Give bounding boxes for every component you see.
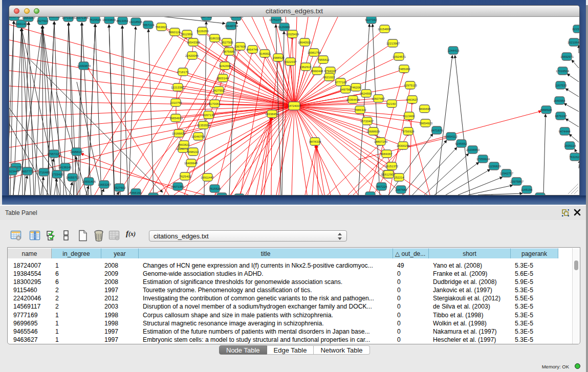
svg-text:14055712: 14055712 — [66, 176, 79, 179]
svg-text:1010755: 1010755 — [170, 101, 183, 104]
svg-text:10924571: 10924571 — [393, 55, 406, 58]
svg-text:1362615: 1362615 — [300, 65, 312, 69]
svg-text:1527602: 1527602 — [37, 19, 49, 23]
svg-text:3624554: 3624554 — [360, 92, 373, 95]
svg-text:18640910: 18640910 — [298, 41, 312, 44]
svg-text:17016504: 17016504 — [556, 70, 570, 73]
svg-text:14136141: 14136141 — [58, 166, 72, 169]
svg-text:1612907: 1612907 — [383, 173, 395, 176]
svg-text:5716485: 5716485 — [38, 171, 51, 174]
svg-text:9527505: 9527505 — [222, 41, 234, 44]
svg-text:3875685: 3875685 — [223, 50, 235, 53]
svg-text:7955812: 7955812 — [318, 58, 330, 61]
svg-text:10654112: 10654112 — [444, 135, 458, 138]
svg-text:9146821: 9146821 — [259, 52, 271, 55]
svg-text:12942757: 12942757 — [500, 172, 513, 175]
svg-text:10653267: 10653267 — [98, 183, 111, 186]
svg-text:9463627: 9463627 — [406, 98, 418, 101]
svg-text:8878334: 8878334 — [310, 140, 322, 143]
svg-text:6466160: 6466160 — [130, 191, 142, 194]
svg-text:3427552: 3427552 — [213, 89, 225, 92]
svg-text:7857224: 7857224 — [376, 185, 388, 188]
svg-text:9474444: 9474444 — [559, 130, 571, 133]
svg-text:16154808: 16154808 — [378, 28, 391, 31]
svg-text:1145194: 1145194 — [521, 188, 533, 191]
svg-text:1621022: 1621022 — [323, 76, 335, 79]
svg-text:14055712: 14055712 — [9, 17, 20, 18]
svg-text:16543382: 16543382 — [187, 41, 200, 44]
svg-text:7886322: 7886322 — [355, 108, 366, 112]
svg-text:9129966: 9129966 — [278, 26, 291, 29]
svg-text:12923448: 12923448 — [9, 170, 19, 173]
svg-text:1733426: 1733426 — [52, 173, 64, 176]
svg-text:10046758: 10046758 — [191, 135, 205, 138]
svg-text:3267130: 3267130 — [203, 114, 215, 117]
svg-text:22420046: 22420046 — [185, 54, 199, 57]
svg-text:19218506: 19218506 — [363, 194, 377, 195]
svg-text:8215953: 8215953 — [573, 28, 579, 31]
svg-text:62160: 62160 — [387, 102, 396, 105]
svg-text:7625402: 7625402 — [180, 175, 191, 178]
svg-text:12975115: 12975115 — [404, 84, 417, 87]
svg-text:16648784: 16648784 — [225, 25, 238, 28]
svg-text:8471676: 8471676 — [431, 129, 444, 132]
svg-text:17359924: 17359924 — [476, 158, 490, 161]
svg-text:19654923: 19654923 — [419, 122, 433, 125]
svg-text:12213382: 12213382 — [171, 86, 184, 89]
svg-text:19958187: 19958187 — [70, 150, 83, 154]
svg-text:8958928: 8958928 — [540, 108, 553, 112]
svg-text:15751074: 15751074 — [269, 18, 283, 21]
svg-text:11156829: 11156829 — [488, 165, 500, 168]
svg-text:12213967: 12213967 — [386, 42, 400, 45]
svg-text:8322037: 8322037 — [285, 60, 297, 63]
svg-text:7663822: 7663822 — [156, 26, 167, 29]
svg-text:16911447: 16911447 — [201, 176, 214, 179]
svg-text:9227342: 9227342 — [365, 18, 377, 21]
svg-text:18807249: 18807249 — [374, 140, 387, 143]
svg-text:8454749: 8454749 — [247, 48, 258, 51]
svg-text:16210643: 16210643 — [568, 41, 579, 44]
svg-text:1244415: 1244415 — [448, 49, 460, 52]
svg-text:9245652: 9245652 — [455, 142, 467, 145]
svg-text:7663822: 7663822 — [178, 143, 190, 146]
svg-text:23975867: 23975867 — [510, 180, 524, 183]
svg-text:10607487: 10607487 — [372, 97, 385, 100]
svg-text:1167533: 1167533 — [555, 84, 567, 87]
svg-text:20206553: 20206553 — [466, 148, 480, 151]
svg-text:17957225: 17957225 — [47, 152, 61, 156]
svg-text:2803144: 2803144 — [217, 77, 229, 80]
svg-text:19654933: 19654933 — [169, 117, 183, 120]
svg-text:7515526: 7515526 — [209, 187, 222, 190]
svg-text:2718170: 2718170 — [177, 71, 189, 74]
svg-text:8186328: 8186328 — [209, 37, 222, 40]
svg-text:15692971: 15692971 — [560, 55, 574, 58]
svg-text:9084067: 9084067 — [381, 152, 393, 156]
svg-text:746206: 746206 — [351, 86, 361, 89]
svg-text:5498222: 5498222 — [187, 150, 199, 154]
svg-text:5226053: 5226053 — [197, 30, 209, 33]
svg-text:1588520: 1588520 — [273, 56, 285, 59]
svg-text:252214: 252214 — [394, 176, 404, 179]
svg-text:2935114: 2935114 — [564, 144, 576, 147]
svg-text:20364436: 20364436 — [346, 98, 360, 101]
svg-text:26053346: 26053346 — [230, 17, 244, 18]
svg-text:6466160: 6466160 — [49, 17, 61, 18]
svg-text:10688609: 10688609 — [366, 130, 380, 133]
svg-text:8660124: 8660124 — [169, 31, 181, 34]
svg-text:20691406: 20691406 — [82, 180, 96, 183]
svg-text:2087682: 2087682 — [201, 17, 212, 18]
svg-text:10719155: 10719155 — [62, 17, 76, 19]
svg-text:15720407: 15720407 — [360, 120, 374, 123]
svg-text:8990448: 8990448 — [312, 70, 324, 73]
svg-text:2087682: 2087682 — [396, 188, 407, 191]
svg-text:6794028: 6794028 — [324, 70, 337, 73]
svg-text:1527602: 1527602 — [114, 186, 126, 189]
svg-text:9777169: 9777169 — [335, 81, 347, 84]
svg-text:1640954: 1640954 — [554, 99, 566, 102]
svg-text:7857224: 7857224 — [143, 24, 155, 27]
svg-text:7485063: 7485063 — [399, 68, 411, 71]
svg-text:9756928: 9756928 — [403, 130, 415, 133]
svg-text:8813054: 8813054 — [117, 19, 129, 23]
svg-text:19218506: 19218506 — [129, 20, 143, 24]
svg-text:16671355: 16671355 — [171, 185, 185, 188]
